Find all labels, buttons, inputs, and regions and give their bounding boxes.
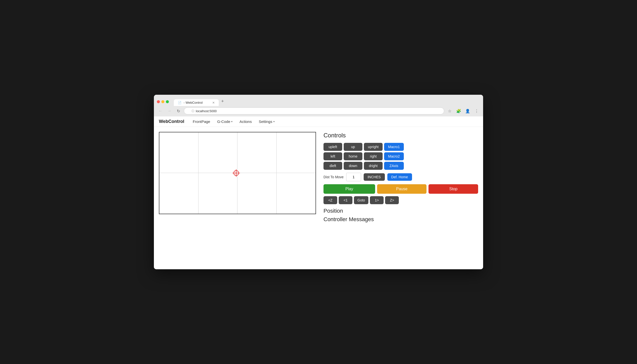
browser-titlebar: 📄 - WebControl ✕ + [154,95,483,106]
active-tab[interactable]: 📄 - WebControl ✕ [174,99,219,106]
grid-cell-6[interactable] [199,173,238,214]
pause-button[interactable]: Pause [377,184,427,194]
macro1-button[interactable]: Macro1 [384,143,404,151]
play-button[interactable]: Play [323,184,375,194]
address-security-icon: ⓘ [192,109,194,113]
address-bar[interactable]: ⓘ localhost:5000 [184,108,444,114]
stop-button[interactable]: Stop [428,184,478,194]
down-button[interactable]: down [344,162,362,170]
controls-panel: Controls upleft up upright Macro1 left h… [323,132,478,225]
address-text: localhost:5000 [196,109,217,113]
browser-window: 📄 - WebControl ✕ + ← → ↻ ⓘ localhost:500… [154,95,483,269]
app-nav: WebControl FrontPage G-Code ▾ Actions Se… [154,116,483,127]
canvas-wrapper [159,132,316,214]
grid-cell-7[interactable] [237,173,277,214]
browser-chrome: 📄 - WebControl ✕ + ← → ↻ ⓘ localhost:500… [154,95,483,116]
page-content: WebControl FrontPage G-Code ▾ Actions Se… [154,116,483,269]
dist-label: Dist To Move [323,175,344,179]
gcode-dropdown-icon: ▾ [231,120,232,123]
up-button[interactable]: up [344,143,362,151]
left-button[interactable]: left [323,152,342,160]
app-brand: WebControl [159,119,184,124]
dright-button[interactable]: dright [364,162,383,170]
grid-cell-4[interactable] [277,132,316,173]
new-tab-button[interactable]: + [219,97,227,106]
direction-buttons-grid: upleft up upright Macro1 left home right… [323,143,404,170]
inches-button[interactable]: INCHES [364,173,385,181]
minimize-button[interactable] [161,100,164,103]
nav-1-back-button[interactable]: <1 [339,196,352,204]
grid-cell-8[interactable] [277,173,316,214]
upright-button[interactable]: upright [364,143,383,151]
dist-input[interactable] [346,173,361,181]
nav-item-gcode[interactable]: G-Code ▾ [216,119,234,124]
back-button[interactable]: ← [157,108,164,114]
extensions-button[interactable]: 🧩 [455,108,462,114]
grid-cell-5[interactable] [159,173,199,214]
main-layout: Controls upleft up upright Macro1 left h… [154,127,483,230]
grid-cell-3[interactable] [237,132,277,173]
nav-settings-label: Settings [259,120,272,124]
tab-close-button[interactable]: ✕ [212,101,215,104]
canvas-area [159,132,316,225]
nav-item-settings[interactable]: Settings ▾ [258,119,275,124]
nav-item-frontpage[interactable]: FrontPage [192,119,211,124]
forward-button[interactable]: → [166,108,173,114]
traffic-lights [157,100,169,103]
grid-cell-1[interactable] [159,132,199,173]
tab-page-icon: 📄 [178,101,182,104]
reload-button[interactable]: ↻ [175,108,182,114]
right-button[interactable]: right [364,152,383,160]
tab-bar: 📄 - WebControl ✕ + [174,97,480,106]
profile-button[interactable]: 👤 [464,108,471,114]
maximize-button[interactable] [166,100,169,103]
toolbar-actions: ☆ 🧩 👤 ⋮ [446,108,480,114]
goto-button[interactable]: Goto [354,196,368,204]
nav-actions-label: Actions [239,120,252,124]
upleft-button[interactable]: upleft [323,143,342,151]
close-button[interactable] [157,100,160,103]
zaxis-button[interactable]: ZAxis [384,162,404,170]
settings-dropdown-icon: ▾ [273,120,275,123]
position-title: Position [323,208,478,214]
controls-title: Controls [323,132,478,139]
nav-1-fwd-button[interactable]: 1> [370,196,384,204]
grid-cell-2[interactable] [199,132,238,173]
nav-z-back-button[interactable]: <Z [323,196,337,204]
tab-title: - WebControl [184,101,203,104]
macro2-button[interactable]: Macro2 [384,152,404,160]
def-home-button[interactable]: Def. Home [387,173,412,181]
browser-toolbar: ← → ↻ ⓘ localhost:5000 ☆ 🧩 👤 ⋮ [154,106,483,116]
nav-frontpage-label: FrontPage [193,120,210,124]
nav-gcode-label: G-Code [217,120,230,124]
menu-button[interactable]: ⋮ [473,108,480,114]
grid-canvas [159,132,316,214]
home-button[interactable]: home [344,152,362,160]
nav-row: <Z <1 Goto 1> Z> [323,196,478,204]
playback-row: Play Pause Stop [323,184,478,194]
dleft-button[interactable]: dleft [323,162,342,170]
controller-messages-title: Controller Messages [323,216,478,223]
bookmark-button[interactable]: ☆ [446,108,453,114]
nav-item-actions[interactable]: Actions [238,119,253,124]
nav-z-fwd-button[interactable]: Z> [385,196,399,204]
dist-row: Dist To Move INCHES Def. Home [323,173,478,181]
